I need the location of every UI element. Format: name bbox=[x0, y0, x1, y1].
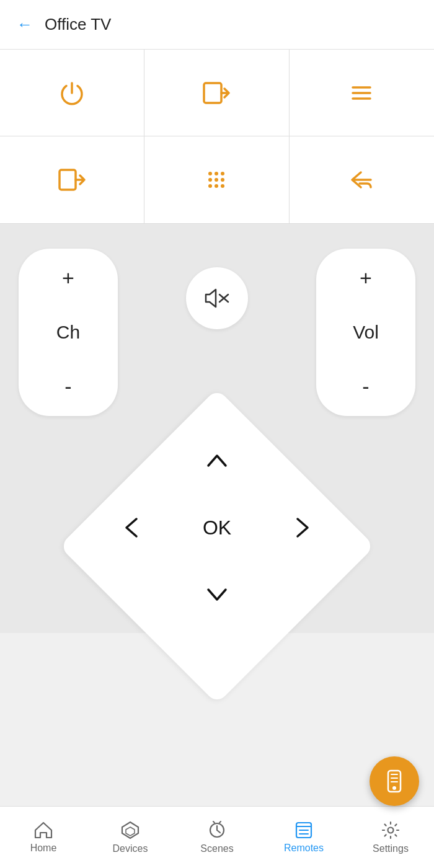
volume-plus-button[interactable]: + bbox=[360, 266, 372, 290]
chevron-up-icon bbox=[206, 452, 228, 469]
svg-point-3 bbox=[215, 172, 218, 175]
dpad-ok-button[interactable]: OK bbox=[203, 516, 231, 539]
volume-label: Vol bbox=[353, 322, 379, 343]
mute-icon bbox=[205, 287, 229, 309]
dpad-diamond bbox=[59, 388, 374, 704]
channel-control: + Ch - bbox=[19, 249, 118, 416]
svg-point-5 bbox=[208, 178, 212, 182]
svg-line-21 bbox=[213, 822, 215, 823]
nav-label-remotes: Remotes bbox=[284, 843, 324, 854]
dpad-right-button[interactable] bbox=[294, 516, 311, 539]
back-nav-button[interactable] bbox=[290, 136, 434, 223]
dpad-up-button[interactable] bbox=[206, 452, 228, 469]
nav-item-scenes[interactable]: Scenes bbox=[174, 821, 260, 854]
nav-item-devices[interactable]: Devices bbox=[87, 821, 174, 854]
settings-icon bbox=[381, 821, 400, 839]
numpad-icon bbox=[203, 166, 230, 193]
chevron-right-icon bbox=[294, 516, 311, 539]
power-icon bbox=[58, 79, 86, 107]
back-arrow-icon: ← bbox=[17, 15, 33, 34]
remote-fab-icon bbox=[381, 768, 407, 794]
nav-label-scenes: Scenes bbox=[200, 843, 233, 854]
exit-button[interactable] bbox=[0, 136, 144, 223]
chevron-down-icon bbox=[206, 586, 228, 603]
top-button-grid bbox=[0, 50, 434, 224]
menu-button[interactable] bbox=[290, 50, 434, 136]
svg-point-2 bbox=[208, 172, 212, 175]
input-button[interactable] bbox=[144, 50, 289, 136]
numpad-button[interactable] bbox=[144, 136, 289, 223]
power-button[interactable] bbox=[0, 50, 144, 136]
back-nav-icon bbox=[347, 166, 376, 193]
header: ← Office TV bbox=[0, 0, 434, 50]
channel-plus-button[interactable]: + bbox=[62, 266, 74, 290]
svg-point-6 bbox=[215, 178, 218, 182]
svg-line-22 bbox=[219, 822, 221, 823]
nav-item-settings[interactable]: Settings bbox=[347, 821, 434, 854]
home-icon bbox=[34, 822, 53, 839]
svg-point-27 bbox=[388, 827, 394, 833]
volume-minus-button[interactable]: - bbox=[362, 374, 369, 399]
remote-fab-button[interactable] bbox=[370, 756, 419, 806]
svg-point-4 bbox=[221, 172, 224, 175]
svg-point-14 bbox=[392, 786, 396, 790]
devices-icon bbox=[121, 821, 140, 839]
remotes-icon bbox=[294, 822, 314, 839]
chevron-left-icon bbox=[123, 516, 140, 539]
back-button[interactable]: ← bbox=[12, 12, 37, 37]
channel-minus-button[interactable]: - bbox=[64, 374, 71, 399]
exit-icon bbox=[58, 166, 86, 193]
bottom-nav: Home Devices Scenes Remotes Sett bbox=[0, 806, 434, 868]
svg-rect-0 bbox=[204, 83, 221, 103]
input-icon bbox=[202, 79, 231, 107]
channel-label: Ch bbox=[56, 322, 80, 343]
scenes-icon bbox=[208, 821, 226, 839]
svg-rect-1 bbox=[60, 170, 76, 190]
svg-point-8 bbox=[208, 184, 212, 188]
menu-icon bbox=[348, 79, 375, 107]
dpad-down-button[interactable] bbox=[206, 586, 228, 603]
remote-area: + Ch - + Vol - bbox=[0, 224, 434, 633]
nav-item-home[interactable]: Home bbox=[0, 822, 87, 854]
mute-button[interactable] bbox=[186, 267, 248, 329]
svg-point-10 bbox=[221, 184, 224, 188]
nav-label-home: Home bbox=[30, 843, 57, 854]
page-title: Office TV bbox=[45, 15, 111, 34]
svg-point-9 bbox=[215, 184, 218, 188]
controls-row: + Ch - + Vol - bbox=[12, 249, 422, 416]
svg-point-7 bbox=[221, 178, 224, 182]
dpad-left-button[interactable] bbox=[123, 516, 140, 539]
nav-label-settings: Settings bbox=[373, 843, 409, 854]
nav-label-devices: Devices bbox=[113, 843, 148, 854]
dpad: OK bbox=[105, 435, 329, 621]
nav-item-remotes[interactable]: Remotes bbox=[260, 822, 347, 854]
volume-control: + Vol - bbox=[316, 249, 415, 416]
svg-marker-19 bbox=[126, 827, 135, 836]
